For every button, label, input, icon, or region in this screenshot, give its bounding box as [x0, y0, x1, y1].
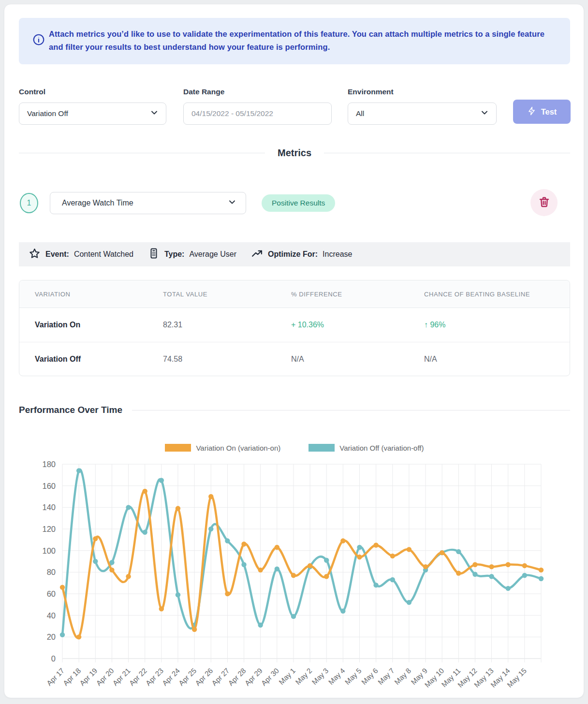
performance-title: Performance Over Time: [19, 405, 122, 415]
svg-text:May 8: May 8: [393, 666, 412, 686]
legend-label: Variation On (variation-on): [196, 444, 280, 452]
trending-up-icon: [251, 248, 263, 262]
svg-text:Apr 18: Apr 18: [61, 666, 82, 687]
svg-text:100: 100: [42, 546, 56, 555]
metric-row: 1 Average Watch Time Positive Results: [19, 192, 570, 217]
row-variation-name: Variation Off: [35, 355, 163, 364]
control-field: Control Variation Off: [19, 88, 166, 125]
row-total-value: 74.58: [163, 355, 291, 364]
control-label: Control: [19, 88, 166, 96]
optimize-value: Increase: [323, 250, 352, 259]
svg-text:Apr 29: Apr 29: [243, 666, 264, 687]
col-chance: Chance of beating baseline: [424, 291, 570, 298]
legend-item-variation-on[interactable]: Variation On (variation-on): [165, 444, 280, 452]
row-difference: N/A: [291, 355, 424, 364]
divider: [132, 410, 570, 411]
chevron-down-icon: [150, 109, 158, 118]
svg-text:120: 120: [42, 525, 56, 533]
date-range-field: Date Range: [183, 88, 332, 125]
legend-label: Variation Off (variation-off): [339, 444, 424, 452]
legend-swatch-orange: [165, 444, 191, 452]
control-select[interactable]: Variation Off: [19, 103, 166, 125]
test-button-label: Test: [541, 107, 557, 117]
svg-text:May 2: May 2: [294, 666, 313, 686]
table-row: Variation On 82.31 + 10.36% ↑ 96%: [19, 308, 570, 342]
environment-label: Environment: [348, 88, 497, 96]
chart-legend: Variation On (variation-on) Variation Of…: [19, 438, 570, 457]
trash-icon: [538, 196, 550, 209]
date-range-box: [183, 103, 332, 125]
delete-metric-button[interactable]: [530, 189, 558, 216]
svg-text:Apr 26: Apr 26: [193, 666, 214, 687]
svg-text:Apr 23: Apr 23: [144, 666, 165, 687]
svg-text:60: 60: [47, 589, 56, 598]
table-row: Variation Off 74.58 N/A N/A: [19, 342, 570, 376]
metrics-section-header: Metrics: [19, 147, 570, 159]
svg-text:May 1: May 1: [277, 666, 297, 686]
svg-text:Apr 19: Apr 19: [78, 666, 99, 687]
control-select-value: Variation Off: [27, 109, 68, 118]
calculator-icon: [148, 248, 160, 261]
svg-text:Apr 30: Apr 30: [260, 666, 280, 687]
test-button[interactable]: Test: [513, 100, 571, 124]
svg-text:Apr 17: Apr 17: [45, 666, 66, 687]
svg-text:140: 140: [42, 503, 56, 512]
banner-message: Attach metrics you’d like to use to vali…: [49, 28, 547, 54]
svg-text:Apr 25: Apr 25: [177, 666, 198, 687]
col-total-value: Total Value: [163, 291, 291, 298]
event-summary: Event: Content Watched: [29, 248, 133, 262]
event-value: Content Watched: [74, 250, 133, 259]
svg-text:80: 80: [47, 568, 56, 576]
metric-number-badge: 1: [20, 193, 38, 213]
main-card: Attach metrics you’d like to use to vali…: [4, 4, 584, 698]
line-chart-canvas: 020406080100120140160180Apr 17Apr 18Apr …: [19, 457, 570, 697]
optimize-summary: Optimize For: Increase: [251, 248, 352, 262]
svg-text:160: 160: [42, 482, 56, 490]
svg-text:Apr 28: Apr 28: [226, 666, 247, 687]
date-range-input[interactable]: [191, 109, 323, 118]
col-variation: Variation: [35, 291, 163, 298]
divider: [324, 153, 570, 153]
type-label: Type:: [164, 250, 184, 259]
row-total-value: 82.31: [163, 321, 291, 329]
svg-text:Apr 22: Apr 22: [128, 666, 148, 687]
star-icon: [29, 248, 41, 262]
performance-section-header: Performance Over Time: [19, 405, 570, 415]
filters-row: Control Variation Off Date Range Environ…: [19, 88, 570, 126]
metric-summary-bar: Event: Content Watched Type: Average Use…: [19, 242, 570, 266]
svg-text:May 3: May 3: [310, 666, 330, 686]
info-icon: [32, 33, 45, 48]
svg-text:Apr 24: Apr 24: [161, 666, 181, 687]
results-table: Variation Total Value % Difference Chanc…: [19, 280, 570, 376]
chevron-down-icon: [228, 198, 236, 208]
svg-text:May 4: May 4: [327, 666, 347, 686]
row-difference: + 10.36%: [291, 321, 424, 329]
svg-text:180: 180: [42, 460, 56, 469]
row-chance: ↑ 96%: [424, 321, 570, 329]
optimize-label: Optimize For:: [268, 250, 318, 259]
metrics-title: Metrics: [278, 147, 311, 159]
row-variation-name: Variation On: [35, 321, 163, 329]
svg-text:May 7: May 7: [376, 666, 396, 686]
date-range-label: Date Range: [183, 88, 332, 96]
performance-chart: Variation On (variation-on) Variation Of…: [19, 438, 570, 697]
metric-select[interactable]: Average Watch Time: [50, 192, 246, 214]
svg-text:May 6: May 6: [360, 666, 380, 686]
svg-text:0: 0: [51, 654, 56, 663]
svg-text:40: 40: [47, 611, 56, 620]
lightning-bolt-icon: [527, 106, 536, 117]
legend-swatch-teal: [309, 444, 335, 452]
event-label: Event:: [45, 250, 69, 259]
svg-text:Apr 20: Apr 20: [94, 666, 115, 687]
svg-text:Apr 21: Apr 21: [111, 666, 132, 687]
row-chance: N/A: [424, 355, 570, 364]
divider: [19, 153, 265, 153]
svg-text:Apr 27: Apr 27: [210, 666, 231, 687]
svg-text:May 5: May 5: [343, 666, 363, 686]
environment-select[interactable]: All: [348, 103, 497, 125]
result-status-badge: Positive Results: [262, 194, 335, 212]
table-header-row: Variation Total Value % Difference Chanc…: [19, 280, 570, 308]
svg-text:20: 20: [47, 632, 56, 641]
legend-item-variation-off[interactable]: Variation Off (variation-off): [309, 444, 424, 452]
environment-field: Environment All: [348, 88, 497, 125]
